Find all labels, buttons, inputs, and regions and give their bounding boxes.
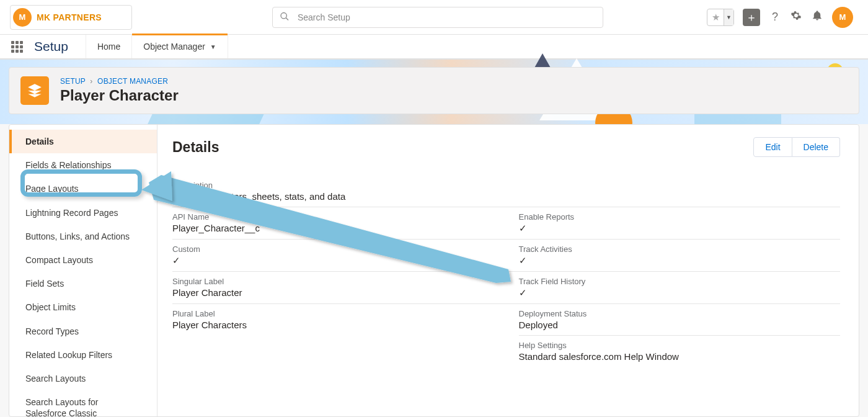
object-icon (20, 76, 49, 105)
star-icon: ★ (707, 12, 724, 23)
app-nav: Setup Home Object Manager ▼ (0, 35, 868, 60)
content-header: Details Edit Delete (172, 137, 840, 157)
sidebar-item-label: Page Layouts (25, 184, 79, 194)
sidebar-item-search-layouts[interactable]: Search Layouts (9, 367, 157, 390)
search-icon (280, 11, 290, 23)
field-row: Singular Label Player Character Track Fi… (172, 271, 840, 303)
field-label: Track Field History (519, 277, 841, 286)
sidebar-item-label: Details (25, 137, 54, 146)
bell-icon (812, 11, 823, 24)
details-content: Details Edit Delete Description Player C… (157, 125, 859, 416)
breadcrumb-setup[interactable]: SETUP (60, 77, 86, 86)
sidebar-item-page-layouts[interactable]: Page Layouts (9, 177, 157, 200)
object-sidebar: Details Fields & Relationships Page Layo… (9, 125, 157, 416)
sidebar-item-lightning-pages[interactable]: Lightning Record Pages (9, 201, 157, 225)
sidebar-item-label: Related Lookup Filters (25, 350, 112, 360)
sidebar-item-label: Lightning Record Pages (25, 208, 118, 218)
page-header-text: SETUP › OBJECT MANAGER Player Character (60, 77, 179, 104)
field-value: ✓ (519, 223, 841, 234)
field-description: Description Player Characters, sheets, s… (172, 174, 840, 207)
gear-icon (790, 11, 802, 24)
sidebar-item-label: Buttons, Links, and Actions (25, 231, 130, 241)
field-label: Track Activities (519, 244, 841, 254)
nav-tab-label: Home (97, 42, 120, 52)
sidebar-item-label: Record Types (25, 326, 79, 336)
sidebar-item-label: Search Layouts for Salesforce Classic (25, 397, 99, 417)
sidebar-item-label: Fields & Relationships (25, 160, 112, 170)
sidebar-item-label: Field Sets (25, 279, 64, 289)
field-label: Custom (172, 244, 494, 254)
app-launcher-icon[interactable] (11, 41, 23, 53)
breadcrumb-separator: › (90, 77, 92, 86)
global-search (272, 7, 603, 28)
help-button[interactable]: ? (769, 11, 781, 24)
sidebar-item-object-limits[interactable]: Object Limits (9, 295, 157, 319)
user-avatar[interactable]: M (832, 7, 853, 28)
nav-tab-home[interactable]: Home (86, 35, 131, 58)
field-value: Player Characters, sheets, stats, and da… (172, 191, 840, 202)
delete-button[interactable]: Delete (792, 137, 840, 157)
action-buttons: Edit Delete (753, 137, 840, 157)
content-title: Details (172, 139, 219, 156)
favorites-button[interactable]: ★ ▼ (707, 9, 734, 26)
page-header: SETUP › OBJECT MANAGER Player Character (9, 67, 859, 114)
svg-point-0 (281, 12, 286, 18)
plus-icon: ＋ (746, 10, 757, 25)
breadcrumb: SETUP › OBJECT MANAGER (60, 77, 179, 86)
field-value: Deployed (519, 320, 841, 330)
global-actions-button[interactable]: ＋ (743, 9, 760, 26)
org-logo-icon: M (13, 8, 32, 27)
field-value: Standard salesforce.com Help Window (519, 351, 841, 362)
nav-tab-label: Object Manager (143, 42, 205, 52)
chevron-down-icon: ▼ (724, 9, 733, 25)
field-value: ✓ (519, 287, 841, 298)
sidebar-item-label: Object Limits (25, 302, 76, 312)
global-header: M MK PARTNERS ★ ▼ ＋ ? M (0, 0, 868, 35)
notifications-button[interactable] (811, 10, 823, 24)
field-label: Singular Label (172, 277, 494, 286)
field-value: Player Character (172, 287, 494, 298)
question-icon: ? (772, 11, 778, 23)
edit-button[interactable]: Edit (753, 137, 792, 157)
field-row: Help Settings Standard salesforce.com He… (172, 335, 840, 367)
setup-gear-button[interactable] (790, 10, 802, 24)
chevron-down-icon: ▼ (210, 43, 216, 50)
page-title: Player Character (60, 87, 179, 104)
field-label: Help Settings (519, 341, 841, 350)
search-input[interactable] (272, 7, 603, 28)
svg-line-1 (286, 17, 288, 20)
header-actions: ★ ▼ ＋ ? M (707, 7, 853, 28)
org-switcher[interactable]: M MK PARTNERS (10, 5, 132, 30)
sidebar-item-label: Compact Layouts (25, 255, 93, 265)
app-name: Setup (34, 39, 68, 54)
main-panel: Details Fields & Relationships Page Layo… (9, 124, 859, 417)
field-label: Deployment Status (519, 309, 841, 318)
org-name: MK PARTNERS (37, 12, 102, 22)
sidebar-item-details[interactable]: Details (9, 130, 157, 153)
field-row: Plural Label Player Characters Deploymen… (172, 303, 840, 335)
sidebar-item-compact-layouts[interactable]: Compact Layouts (9, 248, 157, 272)
field-label: API Name (172, 212, 494, 222)
field-label: Plural Label (172, 309, 494, 318)
hero-background: SETUP › OBJECT MANAGER Player Character (0, 60, 868, 124)
sidebar-item-record-types[interactable]: Record Types (9, 320, 157, 343)
field-label: Description (172, 181, 840, 190)
sidebar-item-search-layouts-classic[interactable]: Search Layouts for Salesforce Classic (9, 390, 157, 417)
sidebar-item-buttons-links[interactable]: Buttons, Links, and Actions (9, 225, 157, 248)
field-value: ✓ (172, 255, 494, 266)
field-value: ✓ (519, 255, 841, 266)
sidebar-item-field-sets[interactable]: Field Sets (9, 272, 157, 295)
breadcrumb-object-manager[interactable]: OBJECT MANAGER (97, 77, 168, 86)
sidebar-item-fields[interactable]: Fields & Relationships (9, 153, 157, 177)
field-row: API Name Player_Character__c Enable Repo… (172, 207, 840, 239)
field-value: Player Characters (172, 320, 494, 330)
nav-tab-object-manager[interactable]: Object Manager ▼ (131, 35, 228, 58)
sidebar-item-related-lookup[interactable]: Related Lookup Filters (9, 343, 157, 367)
field-label: Enable Reports (519, 212, 841, 222)
field-value: Player_Character__c (172, 223, 494, 233)
sidebar-item-label: Search Layouts (25, 374, 86, 383)
field-row: Custom ✓ Track Activities ✓ (172, 239, 840, 271)
